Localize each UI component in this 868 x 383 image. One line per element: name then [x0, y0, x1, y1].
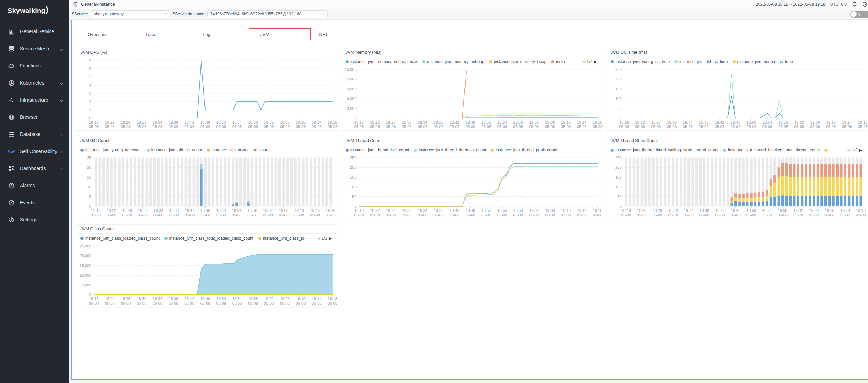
legend-item[interactable]: instance_jvm_thread_timed_waiting_state_…: [611, 148, 718, 152]
svg-text:18:42: 18:42: [715, 120, 724, 124]
sidebar-item-database[interactable]: Database: [0, 126, 69, 143]
svg-text:05-08: 05-08: [715, 125, 724, 129]
svg-text:05-08: 05-08: [169, 213, 179, 217]
svg-text:05-08: 05-08: [402, 125, 412, 129]
svg-text:19:14: 19:14: [577, 208, 586, 213]
legend-page-indicator: 1/2: [322, 236, 327, 241]
legend-item[interactable]: instance_jvm_memory_noheap_max: [346, 59, 418, 64]
legend-item[interactable]: instance_jvm_young_gc_count: [80, 148, 142, 152]
legend-item[interactable]: instance_jvm_class_total_loaded_class_co…: [164, 236, 253, 241]
chart-legend: instance_jvm_class_loaded_class_countins…: [77, 234, 337, 243]
timezone-label[interactable]: UTC+8:0: [830, 2, 847, 7]
legend-next-icon[interactable]: ▶: [859, 148, 862, 152]
legend-item[interactable]: instance_jvm_thread_live_count: [346, 148, 409, 152]
chevron-down-icon: [319, 12, 325, 16]
svg-text:10: 10: [87, 185, 91, 189]
sidebar-item-service-mesh[interactable]: Service Mesh: [0, 40, 69, 57]
sidebar-item-alarms[interactable]: Alarms: [0, 177, 69, 194]
svg-text:05-08: 05-08: [793, 213, 803, 217]
svg-text:05-08: 05-08: [121, 125, 131, 129]
tab-label: JVM: [260, 32, 269, 37]
service-mesh-icon: [8, 46, 14, 52]
svg-text:05-08: 05-08: [637, 213, 647, 217]
legend-item[interactable]: instance_jvm_class_loaded_class_count: [80, 236, 160, 241]
sidebar-item-functions[interactable]: Functions: [0, 57, 69, 74]
sidebar-item-general-service[interactable]: General Service: [0, 23, 69, 40]
legend-next-icon[interactable]: ▶: [594, 60, 597, 64]
tab-net[interactable]: .NET: [307, 27, 364, 41]
legend-dot: [551, 60, 554, 63]
tab-jvm[interactable]: JVM: [249, 27, 307, 41]
service-select[interactable]: shenyu-gateway: [91, 10, 170, 18]
collapse-sidebar-icon[interactable]: [72, 2, 77, 7]
svg-text:19:02: 19:02: [263, 208, 273, 213]
sidebar-item-dashboards[interactable]: Dashboards: [0, 160, 69, 177]
svg-text:18:26: 18:26: [386, 208, 396, 213]
legend-item[interactable]: instance_jvm_class_to: [258, 236, 305, 241]
legend-item[interactable]: instance_jvm_memory_noheap: [422, 59, 484, 64]
svg-text:3: 3: [89, 91, 91, 95]
chart-plot: 03,0006,0009,00012,00015,00018:1805-0818…: [342, 66, 602, 132]
svg-text:18:18: 18:18: [621, 208, 631, 213]
clock-icon[interactable]: [862, 2, 867, 7]
legend-item[interactable]: insta: [551, 59, 565, 64]
svg-text:05-08: 05-08: [312, 301, 322, 305]
legend-label: instance_jvm_young_gc_time: [616, 59, 670, 64]
legend-next-icon[interactable]: ▶: [329, 236, 332, 241]
svg-text:18:54: 18:54: [232, 297, 242, 301]
legend-item[interactable]: instance_jvm_thread_blocked_state_thread…: [723, 148, 820, 152]
tab-trace[interactable]: Trace: [134, 27, 192, 41]
svg-text:18:50: 18:50: [216, 120, 226, 124]
legend-item[interactable]: instance_jvm_thread_daemon_count: [414, 148, 486, 152]
svg-text:18:26: 18:26: [121, 297, 131, 301]
sidebar-item-kubernetes[interactable]: Kubernetes: [0, 74, 69, 91]
svg-text:05-08: 05-08: [294, 213, 304, 217]
svg-text:05-08: 05-08: [402, 213, 412, 217]
svg-text:18:26: 18:26: [122, 208, 132, 213]
legend-item[interactable]: instance_jvm_normal_gc_count: [207, 148, 270, 152]
svg-text:25,000: 25,000: [80, 244, 91, 248]
svg-text:18:18: 18:18: [91, 208, 101, 213]
tab-log[interactable]: Log: [192, 27, 249, 41]
chart-legend: instance_jvm_memory_noheap_maxinstance_j…: [342, 57, 602, 66]
legend-item[interactable]: instance_jvm_normal_gc_time: [733, 59, 793, 64]
svg-text:5: 5: [89, 75, 91, 79]
legend-item[interactable]: instance_jvm_old_gc_count: [147, 148, 202, 152]
sidebar-item-browser[interactable]: Browser: [0, 108, 69, 126]
svg-text:18:38: 18:38: [169, 208, 179, 213]
svg-text:18:58: 18:58: [778, 208, 788, 213]
svg-text:18:34: 18:34: [418, 120, 427, 124]
sidebar-item-self-observability[interactable]: Sw’ Self Observability: [0, 143, 69, 160]
tab-overview[interactable]: Overview: [77, 27, 134, 41]
legend-label: instance_jvm_thread_peak_count: [496, 148, 557, 152]
svg-text:05-08: 05-08: [545, 213, 555, 217]
svg-text:05-08: 05-08: [138, 213, 148, 217]
svg-text:15,000: 15,000: [80, 264, 91, 268]
refresh-icon[interactable]: [852, 2, 857, 7]
svg-text:19:18: 19:18: [326, 208, 335, 213]
svg-text:18:34: 18:34: [684, 208, 693, 213]
sidebar-item-settings[interactable]: Settings: [0, 211, 69, 228]
svg-text:19:06: 19:06: [545, 208, 555, 213]
svg-text:05-08: 05-08: [264, 125, 274, 129]
legend-prev-icon[interactable]: ◀: [582, 60, 585, 64]
time-range[interactable]: 2022-05-08 18:18 ~ 2022-05-08 19:18: [756, 2, 825, 7]
sidebar-item-infrastructure[interactable]: Infrastructure: [0, 91, 69, 108]
svg-text:05-08: 05-08: [699, 125, 709, 129]
svg-text:18:22: 18:22: [370, 208, 380, 213]
instance-select[interactable]: 74d96c778c694c6b9b6322c62d55b765@192.168: [207, 10, 328, 18]
svg-text:18:26: 18:26: [121, 120, 131, 124]
chart-card-jvm-gc-time: JVM GC Time (ms)instance_jvm_young_gc_ti…: [607, 48, 867, 131]
legend-item[interactable]: instance_jvm_thread_peak_count: [491, 148, 557, 152]
legend-prev-icon[interactable]: ◀: [847, 148, 850, 152]
legend-item[interactable]: [824, 149, 829, 152]
legend-item[interactable]: instance_jvm_old_gc_time: [674, 59, 728, 64]
svg-text:05-08: 05-08: [809, 213, 819, 217]
legend-item[interactable]: instance_jvm_memory_heap: [489, 59, 546, 64]
instance-select-value: 74d96c778c694c6b9b6322c62d55b765@192.168: [210, 12, 301, 16]
edit-mode-toggle[interactable]: V: [850, 11, 868, 18]
sidebar-item-events[interactable]: Events: [0, 194, 69, 211]
legend-item[interactable]: instance_jvm_young_gc_time: [611, 59, 670, 64]
legend-prev-icon[interactable]: ◀: [317, 236, 320, 241]
svg-text:5,000: 5,000: [82, 283, 91, 287]
